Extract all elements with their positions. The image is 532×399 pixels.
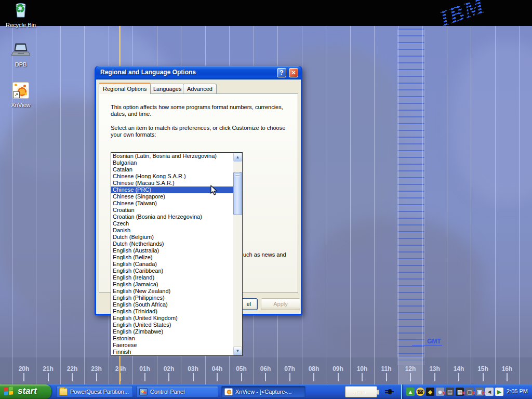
hour-tick bbox=[507, 373, 508, 381]
language-indicator-icon[interactable]: ▶ bbox=[495, 388, 503, 396]
hour-tick bbox=[72, 373, 73, 381]
tray-icons: ▲☎◆☻×▤▦×▢×▣×◄▶ bbox=[406, 388, 503, 396]
clock[interactable]: 2:05 PM bbox=[507, 388, 528, 394]
locale-option[interactable]: English (Belize) bbox=[111, 254, 233, 261]
desktop-icon-label: XnView bbox=[2, 102, 39, 108]
hour-label: 22h bbox=[63, 365, 82, 373]
locale-option[interactable]: English (Philippines) bbox=[111, 295, 233, 301]
hour-label: 02h bbox=[159, 365, 178, 373]
locale-option[interactable]: Czech bbox=[111, 220, 233, 227]
locale-option[interactable]: Dutch (Netherlands) bbox=[111, 241, 233, 247]
hour-label: 09h bbox=[329, 365, 348, 373]
power-plug-icon bbox=[384, 387, 394, 398]
hour-tick bbox=[48, 373, 49, 381]
video-capture-error-icon[interactable]: ▦× bbox=[456, 388, 464, 396]
locale-option[interactable]: English (Ireland) bbox=[111, 274, 233, 281]
hour-tick bbox=[313, 373, 314, 381]
hour-tick bbox=[217, 373, 218, 381]
locale-option[interactable]: English (Trinidad) bbox=[111, 308, 233, 315]
locale-option[interactable]: English (United Kingdom) bbox=[111, 315, 233, 322]
locale-option[interactable]: Bosnian (Latin, Bosnia and Herzegovina) bbox=[111, 153, 233, 159]
help-button[interactable]: ? bbox=[277, 68, 286, 77]
hour-tick bbox=[483, 373, 484, 381]
hour-tick bbox=[289, 373, 290, 381]
dropdown-scrollbar[interactable]: ▲ ▼ bbox=[233, 153, 242, 355]
start-button-label: start bbox=[18, 386, 37, 396]
remote-display-error-icon[interactable]: ▢× bbox=[466, 388, 474, 396]
taskbar-buttons: PowerQuest Partition...Control PanelXnVi… bbox=[56, 386, 305, 397]
diamond-utility-icon[interactable]: ◆ bbox=[426, 388, 434, 396]
system-tray: ▲☎◆☻×▤▦×▢×▣×◄▶ 2:05 PM bbox=[401, 384, 532, 399]
timezone-line bbox=[84, 26, 85, 384]
locale-option[interactable]: English (Canada) bbox=[111, 261, 233, 268]
locale-option[interactable]: Finnish bbox=[111, 349, 233, 355]
locale-option[interactable]: Chinese (Hong Kong S.A.R.) bbox=[111, 173, 233, 180]
locale-option[interactable]: English (Caribbean) bbox=[111, 268, 233, 274]
scroll-up-icon[interactable]: ▲ bbox=[233, 153, 242, 162]
taskbar-button[interactable]: XnView - [<Capture-... bbox=[221, 386, 305, 397]
timezone-line bbox=[519, 26, 520, 384]
locale-option[interactable]: Catalan bbox=[111, 166, 233, 173]
dialog-titlebar[interactable]: Regional and Language Options ? × bbox=[96, 66, 301, 79]
offline-users-icon[interactable]: ☻× bbox=[436, 388, 444, 396]
location-text-fragment: uch as news and bbox=[243, 251, 286, 258]
battery-meter[interactable]: --- bbox=[345, 386, 377, 397]
hour-label: 03h bbox=[184, 365, 203, 373]
locale-option[interactable]: English (United States) bbox=[111, 322, 233, 328]
tab-languages[interactable]: Languages bbox=[149, 84, 185, 94]
network-audio-error-icon[interactable]: ▣× bbox=[475, 388, 484, 396]
locale-option[interactable]: Dutch (Belgium) bbox=[111, 234, 233, 241]
gmt-label: GMT bbox=[427, 338, 441, 345]
locale-option[interactable]: Bulgarian bbox=[111, 159, 233, 166]
tab-regional-options[interactable]: Regional Options bbox=[99, 83, 151, 94]
start-button[interactable]: start bbox=[0, 384, 51, 399]
locale-option[interactable]: Estonian bbox=[111, 335, 233, 342]
select-instruction-line2: your own formats: bbox=[111, 131, 156, 138]
desktop-icon-recycle-bin[interactable]: ♻ Recycle Bin bbox=[2, 1, 39, 28]
gmt-underline bbox=[412, 345, 442, 345]
locale-option[interactable]: English (South Africa) bbox=[111, 301, 233, 308]
taskbar-button[interactable]: Control Panel bbox=[136, 386, 218, 397]
hour-tick bbox=[265, 373, 266, 381]
volume-icon[interactable]: ◄ bbox=[485, 388, 494, 396]
close-button[interactable]: × bbox=[289, 68, 298, 77]
timezone-line bbox=[422, 26, 423, 384]
desktop-icon-xnview[interactable]: ↗ XnView bbox=[2, 82, 39, 108]
safely-remove-hardware-icon[interactable]: ▲ bbox=[406, 388, 415, 396]
scroll-down-icon[interactable]: ▼ bbox=[233, 347, 242, 355]
desktop: IBM GMT 20h21h22h23h24h01h02h03h04h05h06… bbox=[0, 0, 532, 399]
locale-option[interactable]: Croatian (Bosnia and Herzegovina) bbox=[111, 214, 233, 220]
timezone-line bbox=[447, 26, 447, 384]
taskbar-button[interactable]: PowerQuest Partition... bbox=[56, 386, 133, 397]
hour-label: 12h bbox=[401, 365, 420, 373]
timezone-line bbox=[60, 26, 61, 384]
hour-label: 23h bbox=[87, 365, 106, 373]
desktop-icon-dpb[interactable]: DPB bbox=[2, 43, 39, 68]
apply-button[interactable]: Apply bbox=[261, 298, 300, 310]
hour-tick bbox=[96, 373, 97, 381]
timezone-line bbox=[374, 26, 375, 384]
locale-option[interactable]: English (Australia) bbox=[111, 247, 233, 254]
locale-option[interactable]: English (New Zealand) bbox=[111, 288, 233, 295]
phone-agent-icon[interactable]: ☎ bbox=[416, 388, 424, 396]
locale-dropdown-list: Bosnian (Latin, Bosnia and Herzegovina)B… bbox=[111, 152, 243, 356]
hour-tick bbox=[193, 373, 194, 381]
network-computer-icon[interactable]: ▤ bbox=[446, 388, 454, 396]
locale-option[interactable]: English (Jamaica) bbox=[111, 281, 233, 288]
folder-icon bbox=[59, 388, 68, 395]
locale-option[interactable]: Chinese (Taiwan) bbox=[111, 200, 233, 207]
locale-option[interactable]: Faeroese bbox=[111, 342, 233, 349]
locale-option[interactable]: English (Zimbabwe) bbox=[111, 328, 233, 335]
recycle-bin-icon: ♻ bbox=[12, 1, 30, 21]
gmt-scale-ladder bbox=[397, 29, 424, 365]
locale-option[interactable]: Croatian bbox=[111, 207, 233, 214]
scrollbar-thumb[interactable] bbox=[233, 172, 242, 215]
hour-tick bbox=[241, 373, 242, 381]
hour-label: 08h bbox=[304, 365, 323, 373]
tab-advanced[interactable]: Advanced bbox=[183, 84, 217, 94]
hour-label: 05h bbox=[232, 365, 251, 373]
locale-option[interactable]: Danish bbox=[111, 227, 233, 234]
mouse-cursor bbox=[210, 185, 218, 198]
hour-tick bbox=[338, 373, 339, 381]
hour-tick bbox=[410, 373, 411, 381]
